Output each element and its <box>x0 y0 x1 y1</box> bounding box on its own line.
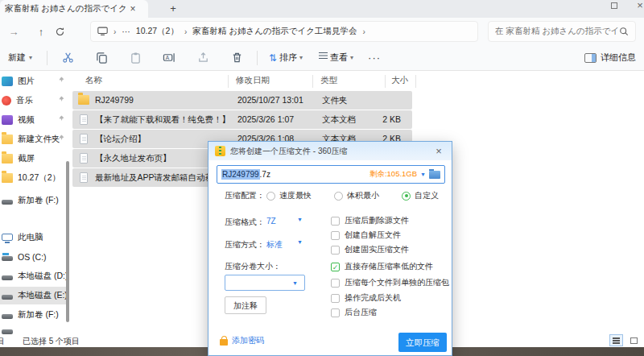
sidebar-item-disk-d[interactable]: 本地磁盘 (D:) <box>0 267 69 285</box>
filename-selected-text: RJ249799 <box>221 169 260 180</box>
checkbox-delete-source[interactable]: ✓压缩后删除源文件 <box>331 215 409 226</box>
breadcrumb-parent[interactable]: 10.27（2） <box>136 26 179 37</box>
sort-icon: ⇅ <box>269 52 277 64</box>
icon-view-button[interactable] <box>627 334 641 346</box>
compress-config-row: 压缩配置： 速度最快 体积最小 自定义 <box>217 190 445 201</box>
sidebar-item-1027-folder[interactable]: 10.27（2） <box>0 169 69 187</box>
add-password-link[interactable]: 添加密码 <box>220 335 264 346</box>
format-dropdown-icon[interactable]: ▼ <box>297 217 303 222</box>
sidebar-item-volume-f[interactable]: 新加卷 (F:) <box>0 192 69 209</box>
breadcrumb-overflow[interactable]: ··· <box>122 27 130 36</box>
compress-now-button[interactable]: 立即压缩 <box>398 333 447 352</box>
maximize-button[interactable] <box>602 0 626 14</box>
sidebar-scrollbar[interactable] <box>66 161 69 322</box>
column-size[interactable]: 大小 <box>391 75 408 86</box>
archive-filename-input[interactable]: RJ249799 .7z 剩余:105.1GB ▼ <box>217 165 445 184</box>
rename-button[interactable]: A <box>152 52 186 64</box>
drive-icon <box>2 275 13 280</box>
method-dropdown-icon[interactable]: ▼ <box>297 239 303 245</box>
tab-current-folder[interactable]: 家畜射精 お姉さんの指示でイク工場見学会 × <box>0 0 148 18</box>
pin-icon <box>58 135 64 141</box>
format-label: 压缩格式： <box>225 217 265 228</box>
this-pc-icon <box>97 27 108 36</box>
checkbox-separate-archives[interactable]: ✓压缩每个文件到单独的压缩包 <box>331 277 449 288</box>
method-value[interactable]: 标准 <box>266 239 283 250</box>
share-button[interactable] <box>186 52 220 64</box>
drive-icon <box>2 256 13 261</box>
view-button[interactable]: 查看 ▾ <box>319 52 353 64</box>
pin-icon <box>58 96 64 102</box>
pictures-icon <box>2 77 13 86</box>
new-tab-button[interactable]: + <box>166 2 180 14</box>
icon-view-icon <box>630 337 638 344</box>
text-file-icon <box>80 153 88 164</box>
paste-button[interactable] <box>118 52 152 64</box>
chevron-down-icon: ▾ <box>29 54 32 61</box>
forward-icon[interactable]: → <box>0 26 27 38</box>
breadcrumb-separator: › <box>114 27 116 36</box>
column-headers: 名称 修改日期 类型 大小 <box>71 72 644 90</box>
new-label: 新建 <box>8 52 26 64</box>
radio-icon <box>334 192 343 201</box>
maximize-icon <box>611 2 617 9</box>
refresh-icon[interactable] <box>55 27 82 37</box>
browse-folder-icon[interactable] <box>429 171 440 179</box>
search-icon[interactable] <box>619 27 629 36</box>
sidebar-item-partial[interactable] <box>0 325 69 334</box>
sort-button[interactable]: ⇅ 排序 ▾ <box>269 52 303 64</box>
radio-custom[interactable]: 自定义 <box>402 190 439 201</box>
format-value[interactable]: 7Z <box>266 217 276 226</box>
breadcrumb-current[interactable]: 家畜射精 お姉さんの指示でイク工場見学会 <box>192 26 357 37</box>
new-button[interactable]: 新建 ▾ <box>8 52 32 64</box>
radio-smallest[interactable]: 体积最小 <box>334 190 379 201</box>
split-size-select[interactable]: ▼ <box>225 275 305 291</box>
search-input[interactable]: 在 家畜射精 お姉さんの指示でイ <box>488 21 636 42</box>
tab-close-icon[interactable]: × <box>127 3 138 14</box>
sidebar-item-os-c[interactable]: OS (C:) <box>0 248 69 266</box>
method-label: 压缩方式： <box>225 239 265 250</box>
dialog-close-icon[interactable]: × <box>432 145 445 157</box>
sidebar-item-pictures[interactable]: 图片 <box>0 72 69 90</box>
dialog-title-bar[interactable]: 您将创建一个压缩文件 - 360压缩 × <box>208 142 452 160</box>
copy-button[interactable] <box>85 52 118 64</box>
checkbox-background-compress[interactable]: ✓后台压缩 <box>331 307 377 318</box>
folder-icon <box>2 173 13 183</box>
sidebar-item-this-pc[interactable]: 此电脑 <box>0 229 69 246</box>
checkbox-self-extract[interactable]: ✓创建自解压文件 <box>331 230 401 241</box>
sidebar-item-videos[interactable]: 视频 <box>0 111 69 129</box>
cut-button[interactable] <box>51 52 85 64</box>
up-icon[interactable]: ↑ <box>27 26 55 38</box>
sidebar-item-disk-e[interactable]: 本地磁盘 (E:) <box>0 287 69 304</box>
sidebar-item-music[interactable]: 音乐 <box>0 92 69 110</box>
folder-icon <box>2 135 13 144</box>
table-row[interactable]: 【来了就能下载和观看！纯免费！】 2025/3/26 1:07 文本文档 2 K… <box>72 110 412 129</box>
music-icon <box>2 96 11 106</box>
sidebar-item-screenshots[interactable]: 截屏 <box>0 150 69 168</box>
sidebar-item-volume-f-2[interactable]: 新加卷 (F:) <box>0 306 69 324</box>
details-pane-button[interactable]: 详细信息 <box>584 52 636 64</box>
more-options-button[interactable]: ··· <box>368 52 381 64</box>
split-size-label: 压缩分卷大小： <box>225 261 281 272</box>
column-date[interactable]: 修改日期 <box>236 75 270 86</box>
checkbox-shutdown-after[interactable]: ✓操作完成后关机 <box>331 292 401 304</box>
radio-fastest[interactable]: 速度最快 <box>266 190 312 201</box>
delete-button[interactable] <box>220 52 254 64</box>
sidebar-item-new-folder[interactable]: 新建文件夹 <box>0 130 69 148</box>
table-row[interactable]: RJ249799 2025/10/27 13:01 文件夹 <box>72 91 412 110</box>
folder-icon <box>2 154 13 164</box>
path-dropdown-icon[interactable]: ▼ <box>420 172 426 177</box>
checkbox-store-low-ratio[interactable]: ✓直接存储压缩率低的文件 <box>331 261 433 272</box>
zip-app-icon <box>215 146 225 156</box>
text-file-icon <box>80 172 88 183</box>
column-type[interactable]: 类型 <box>320 75 337 86</box>
add-comment-button[interactable]: 加注释 <box>225 296 266 314</box>
address-bar[interactable]: › ··· 10.27（2） › 家畜射精 お姉さんの指示でイク工場見学会 › <box>90 21 478 42</box>
text-file-icon <box>80 134 88 144</box>
column-name[interactable]: 名称 <box>85 75 102 86</box>
checkbox-solid-archive[interactable]: ✓创建固实压缩文件 <box>331 244 409 255</box>
window-close-button[interactable]: × <box>628 0 644 14</box>
checkbox-icon: ✓ <box>331 294 340 303</box>
checkbox-icon: ✓ <box>331 263 340 271</box>
list-view-button[interactable] <box>609 334 623 346</box>
text-file-icon <box>80 114 88 125</box>
